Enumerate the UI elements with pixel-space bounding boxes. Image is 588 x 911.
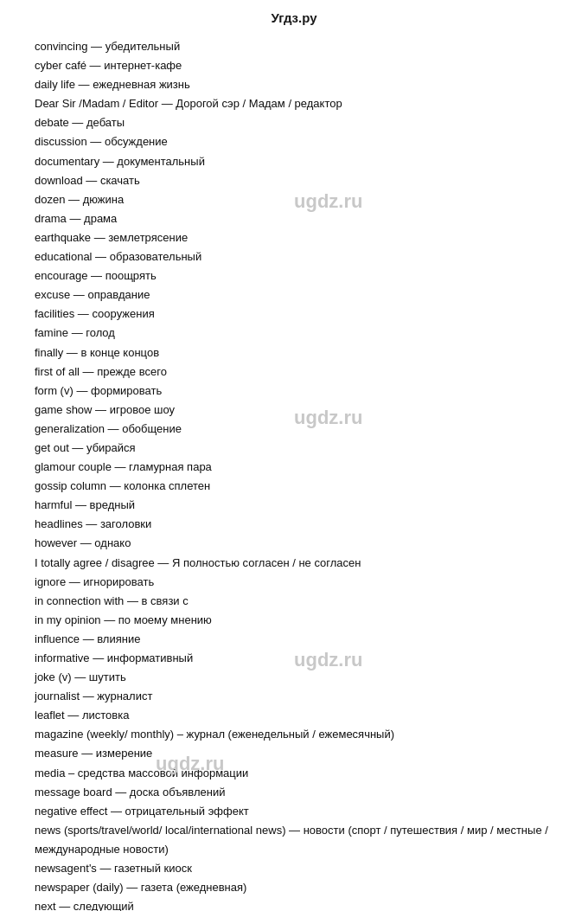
list-item: influence — влияние — [35, 630, 553, 649]
list-item: harmful — вредный — [35, 496, 553, 515]
list-item: news (sports/travel/world/ local/interna… — [35, 821, 553, 859]
list-item: convincing — убедительный — [35, 37, 553, 56]
list-item: glamour couple — гламурная пара — [35, 458, 553, 477]
list-item: educational — образовательный — [35, 247, 553, 266]
list-item: Dear Sir /Madam / Editor — Дорогой сэр /… — [35, 94, 553, 113]
vocabulary-list: convincing — убедительныйcyber café — ин… — [0, 32, 588, 911]
list-item: first of all — прежде всего — [35, 362, 553, 382]
list-item: game show — игровое шоу — [35, 401, 553, 420]
list-item: headlines — заголовки — [35, 515, 553, 534]
list-item: drama — драма — [35, 209, 553, 228]
list-item: however — однако — [35, 534, 553, 553]
list-item: newspaper (daily) — газета (ежедневная) — [35, 878, 553, 897]
list-item: leaflet — листовка — [35, 706, 553, 725]
list-item: get out — убирайся — [35, 439, 553, 458]
list-item: in connection with — в связи с — [35, 592, 553, 611]
list-item: joke (v) — шутить — [35, 668, 553, 687]
list-item: facilities — сооружения — [35, 305, 553, 324]
list-item: next — следующий — [35, 897, 553, 911]
list-item: form (v) — формировать — [35, 382, 553, 401]
list-item: excuse — оправдание — [35, 285, 553, 305]
list-item: encourage — поощрять — [35, 266, 553, 285]
list-item: documentary — документальный — [35, 152, 553, 171]
list-item: I totally agree / disagree — Я полностью… — [35, 554, 553, 573]
list-item: magazine (weekly/ monthly) – журнал (еже… — [35, 725, 553, 744]
list-item: discussion — обсуждение — [35, 132, 553, 151]
list-item: newsagent's — газетный киоск — [35, 859, 553, 878]
list-item: earthquake — землетрясение — [35, 228, 553, 247]
list-item: message board — доска объявлений — [35, 783, 553, 802]
list-item: generalization — обобщение — [35, 420, 553, 439]
list-item: download — скачать — [35, 171, 553, 190]
list-item: measure — измерение — [35, 744, 553, 763]
list-item: famine — голод — [35, 324, 553, 343]
list-item: media – средства массовой информации — [35, 764, 553, 783]
list-item: ignore — игнорировать — [35, 573, 553, 592]
list-item: dozen — дюжина — [35, 190, 553, 209]
list-item: gossip column — колонка сплетен — [35, 477, 553, 496]
list-item: informative — информативный — [35, 649, 553, 668]
list-item: debate — дебаты — [35, 113, 553, 132]
list-item: journalist — журналист — [35, 687, 553, 706]
list-item: cyber café — интернет-кафе — [35, 56, 553, 75]
list-item: negative effect — отрицательный эффект — [35, 802, 553, 821]
list-item: in my opinion — по моему мнению — [35, 611, 553, 630]
list-item: finally — в конце концов — [35, 343, 553, 362]
list-item: daily life — ежедневная жизнь — [35, 75, 553, 94]
page-title: Угдз.ру — [0, 0, 588, 32]
